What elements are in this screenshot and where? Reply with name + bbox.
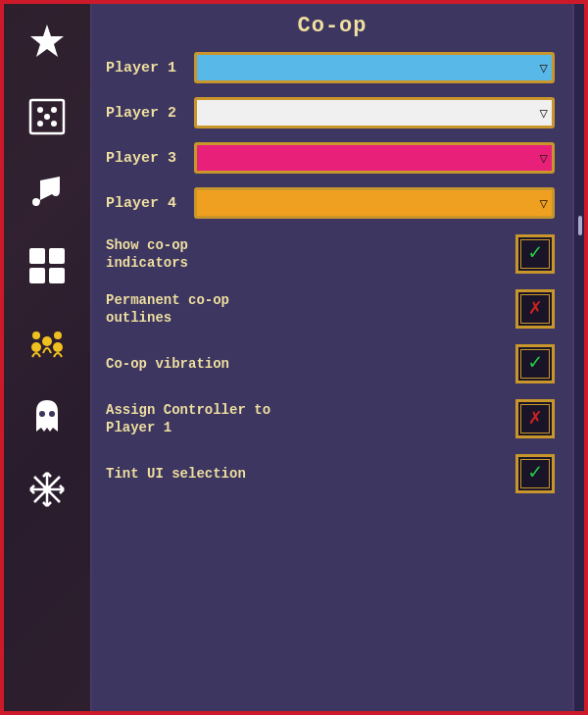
toggle-3-label: Co-op vibration bbox=[106, 355, 508, 373]
svg-point-15 bbox=[54, 332, 62, 339]
main-frame: Co-op Player 1▽Player 2▽Player 3▽Player … bbox=[0, 0, 588, 715]
toggle-2-checkbox[interactable]: ✗ bbox=[515, 289, 555, 329]
toggle-1-row: Show co-op indicators✓ bbox=[106, 232, 555, 276]
player-1-label: Player 1 bbox=[106, 60, 194, 77]
player-2-color-dropdown[interactable]: ▽ bbox=[194, 97, 555, 128]
svg-point-4 bbox=[51, 107, 57, 113]
sidebar bbox=[4, 4, 92, 711]
player-3-dropdown-arrow: ▽ bbox=[540, 150, 548, 167]
svg-point-2 bbox=[37, 107, 43, 113]
svg-rect-7 bbox=[29, 248, 45, 264]
svg-point-5 bbox=[37, 121, 43, 127]
svg-point-17 bbox=[49, 411, 55, 417]
svg-point-6 bbox=[51, 121, 57, 127]
player-1-row: Player 1▽ bbox=[106, 52, 555, 83]
main-panel: Co-op Player 1▽Player 2▽Player 3▽Player … bbox=[92, 4, 572, 711]
player-4-dropdown-arrow: ▽ bbox=[540, 195, 548, 212]
player-1-dropdown-arrow: ▽ bbox=[540, 60, 548, 77]
sidebar-item-ghost[interactable] bbox=[19, 386, 75, 443]
player-3-row: Player 3▽ bbox=[106, 142, 555, 174]
player-2-color-fill bbox=[197, 100, 552, 126]
right-border bbox=[572, 4, 584, 711]
player-3-label: Player 3 bbox=[106, 150, 194, 167]
svg-rect-8 bbox=[49, 248, 65, 264]
player-4-color-dropdown[interactable]: ▽ bbox=[194, 187, 555, 219]
player-3-color-fill bbox=[197, 145, 552, 171]
scrollbar-thumb[interactable] bbox=[578, 216, 582, 235]
toggle-3-checkbox[interactable]: ✓ bbox=[515, 344, 555, 383]
page-title: Co-op bbox=[106, 14, 559, 38]
toggle-1-checkbox[interactable]: ✓ bbox=[515, 234, 555, 274]
sidebar-item-effects[interactable] bbox=[19, 88, 75, 145]
player-1-color-fill bbox=[197, 55, 552, 80]
toggle-1-check-icon: ✓ bbox=[528, 243, 541, 265]
toggle-5-row: Tint UI selection✓ bbox=[106, 452, 555, 495]
toggle-4-label: Assign Controller to Player 1 bbox=[106, 401, 508, 436]
sidebar-item-coop[interactable] bbox=[19, 312, 75, 369]
player-2-dropdown-arrow: ▽ bbox=[540, 105, 548, 122]
player-2-row: Player 2▽ bbox=[106, 97, 555, 128]
scroll-area[interactable]: Player 1▽Player 2▽Player 3▽Player 4▽ Sho… bbox=[106, 52, 559, 701]
svg-point-16 bbox=[39, 411, 45, 417]
svg-rect-9 bbox=[29, 268, 45, 283]
svg-point-12 bbox=[42, 336, 52, 346]
player-4-label: Player 4 bbox=[106, 195, 194, 212]
sidebar-item-music[interactable] bbox=[19, 163, 75, 220]
player-4-row: Player 4▽ bbox=[106, 187, 555, 219]
player-2-label: Player 2 bbox=[106, 105, 194, 122]
sidebar-item-snowflake[interactable] bbox=[19, 461, 75, 518]
toggle-5-check-icon: ✓ bbox=[528, 463, 541, 485]
player-1-color-dropdown[interactable]: ▽ bbox=[194, 52, 555, 83]
toggle-2-label: Permanent co-op outlines bbox=[106, 291, 508, 327]
svg-point-11 bbox=[31, 342, 41, 352]
toggle-4-checkbox[interactable]: ✗ bbox=[515, 399, 555, 438]
player-3-color-dropdown[interactable]: ▽ bbox=[194, 142, 555, 174]
svg-marker-0 bbox=[30, 25, 64, 57]
toggle-2-check-icon: ✗ bbox=[528, 298, 541, 320]
toggle-1-label: Show co-op indicators bbox=[106, 236, 508, 272]
toggle-5-label: Tint UI selection bbox=[106, 465, 508, 483]
svg-point-14 bbox=[32, 332, 40, 339]
toggle-3-check-icon: ✓ bbox=[528, 353, 541, 375]
toggle-5-checkbox[interactable]: ✓ bbox=[515, 454, 555, 493]
toggle-3-row: Co-op vibration✓ bbox=[106, 342, 555, 385]
sidebar-item-star[interactable] bbox=[19, 14, 75, 71]
svg-point-22 bbox=[43, 485, 51, 493]
toggle-2-row: Permanent co-op outlines✗ bbox=[106, 287, 555, 331]
sidebar-item-dice[interactable] bbox=[19, 237, 75, 294]
svg-point-3 bbox=[44, 114, 50, 120]
toggle-4-check-icon: ✗ bbox=[528, 408, 541, 430]
toggle-4-row: Assign Controller to Player 1✗ bbox=[106, 397, 555, 440]
svg-rect-10 bbox=[49, 268, 65, 283]
player-4-color-fill bbox=[197, 190, 552, 216]
svg-point-13 bbox=[53, 342, 63, 352]
